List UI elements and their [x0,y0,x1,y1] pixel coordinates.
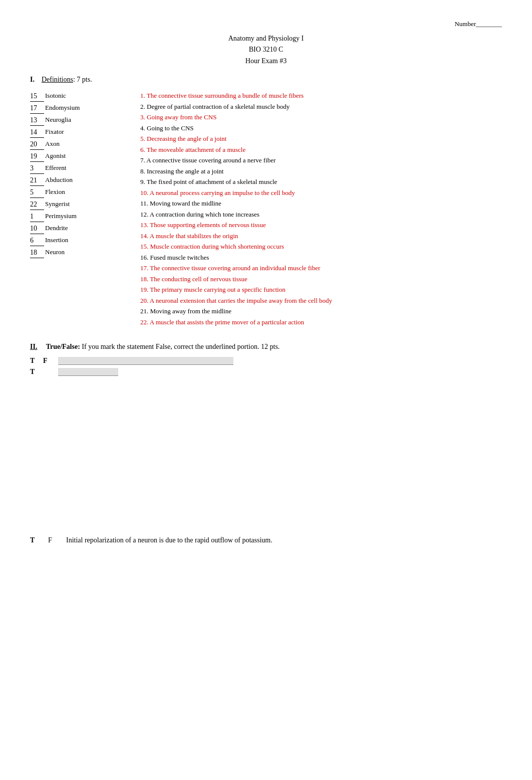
tf-row-1: T F [30,357,502,365]
left-def-row: 13Neuroglia [30,115,130,126]
def-blank: 19 [30,151,44,162]
left-def-row: 20Axon [30,139,130,150]
left-def-row: 1Perimysium [30,211,130,222]
def-number: 12. [140,211,148,218]
right-def-row: 13. Those supporting elements of nervous… [140,220,502,230]
section-i-title: I. Definitions: 7 pts. [30,76,502,84]
def-definition: The conducting cell of nervous tissue [150,275,247,283]
def-number: 11. [140,200,148,207]
def-label: Agonist [45,151,66,161]
right-def-row: 15. Muscle contraction during which shor… [140,242,502,252]
def-number: 18. [140,275,148,283]
def-definition: A muscle that assists the prime mover of… [150,318,304,326]
def-number: 22. [140,318,148,326]
def-blank: 13 [30,115,44,126]
def-label: Endomysium [45,103,80,113]
left-def-row: 10Dendrite [30,223,130,234]
def-blank: 14 [30,127,44,138]
left-def-row: 3Efferent [30,163,130,174]
right-def-row: 19. The primary muscle carrying out a sp… [140,285,502,295]
def-number: 6. [140,146,145,153]
tf-row-2: T [30,368,502,376]
def-label: Neuron [45,247,65,257]
def-definition: A contraction during which tone increase… [150,211,259,218]
right-def-row: 21. Moving away from the midline [140,306,502,316]
def-definition: Degree of partial contraction of a skele… [147,103,290,110]
def-definition: Increasing the angle at a joint [147,167,223,175]
def-definition: Muscle contraction during which shorteni… [150,243,285,250]
def-label: Abduction [45,175,73,185]
def-definition: The primary muscle carrying out a specif… [150,286,285,293]
def-definition: Decreasing the angle of a joint [147,135,226,142]
bottom-f-label: F [48,536,58,544]
right-def-row: 20. A neuronal extension that carries th… [140,296,502,306]
def-definition: A neuronal extension that carries the im… [150,297,332,304]
def-definition: The connective tissue covering around an… [150,264,320,272]
def-definition: Going to the CNS [147,124,194,132]
def-label: Dendrite [45,223,68,233]
right-def-row: 18. The conducting cell of nervous tissu… [140,274,502,284]
def-number: 17. [140,264,148,272]
def-label: Syngerist [45,199,70,209]
def-blank: 18 [30,247,44,258]
tf-line-1 [58,357,233,365]
def-number: 21. [140,307,148,315]
def-blank: 1 [30,211,44,222]
bottom-tf-row: T F Initial repolarization of a neuron i… [30,536,502,544]
right-def-row: 4. Going to the CNS [140,123,502,133]
section-i-label: Definitions [42,76,73,83]
def-number: 19. [140,286,148,293]
right-def-row: 22. A muscle that assists the prime move… [140,317,502,327]
right-def-row: 2. Degree of partial contraction of a sk… [140,102,502,112]
def-definition: A muscle that stabilizes the origin [150,232,238,240]
page-header: Anatomy and Physiology I BIO 3210 C Hour… [30,33,502,67]
bottom-section: T F Initial repolarization of a neuron i… [30,536,502,544]
def-blank: 22 [30,199,44,210]
def-label: Efferent [45,163,66,173]
tf-t-1: T [30,357,39,365]
def-label: Flexion [45,187,65,197]
number-label: Number________ [454,20,502,28]
def-definition: The moveable attachment of a muscle [147,146,245,153]
def-label: Perimysium [45,211,77,221]
right-column: 1. The connective tissue surrounding a b… [140,91,502,328]
tf-f-1: F [43,357,52,365]
left-def-row: 18Neuron [30,247,130,258]
section-ii: II. True/False: If you mark the statemen… [30,343,502,376]
def-number: 2. [140,103,145,110]
def-number: 15. [140,243,148,250]
left-def-row: 6Insertion [30,235,130,246]
def-blank: 3 [30,163,44,174]
def-label: Fixator [45,127,64,137]
left-def-row: 22Syngerist [30,199,130,210]
def-definition: A neuronal process carrying an impulse t… [150,189,295,197]
header-line2: BIO 3210 C [30,44,502,55]
def-definition: The connective tissue surrounding a bund… [147,92,304,99]
right-def-row: 8. Increasing the angle at a joint [140,166,502,176]
def-number: 8. [140,167,145,175]
def-definition: Those supporting elements of nervous tis… [150,221,265,229]
bottom-tf-text: Initial repolarization of a neuron is du… [66,536,273,544]
def-blank: 20 [30,139,44,150]
right-def-row: 10. A neuronal process carrying an impul… [140,188,502,198]
def-number: 16. [140,254,148,261]
def-label: Neuroglia [45,115,71,125]
right-def-row: 11. Moving toward the midline [140,199,502,209]
def-blank: 6 [30,235,44,246]
right-def-row: 16. Fused muscle twitches [140,253,502,263]
left-def-row: 21Abduction [30,175,130,186]
def-number: 5. [140,135,145,142]
section-ii-label: II. [30,343,37,350]
def-number: 1. [140,92,145,99]
left-def-row: 14Fixator [30,127,130,138]
right-def-row: 5. Decreasing the angle of a joint [140,134,502,144]
right-def-row: 6. The moveable attachment of a muscle [140,145,502,155]
def-definition: A connective tissue covering around a ne… [146,156,276,164]
left-def-row: 19Agonist [30,151,130,162]
right-def-row: 17. The connective tissue covering aroun… [140,263,502,273]
left-def-row: 17Endomysium [30,103,130,114]
def-blank: 21 [30,175,44,186]
definitions-container: 15Isotonic17Endomysium13Neuroglia14Fixat… [30,91,502,328]
def-number: 14. [140,232,148,240]
def-blank: 5 [30,187,44,198]
